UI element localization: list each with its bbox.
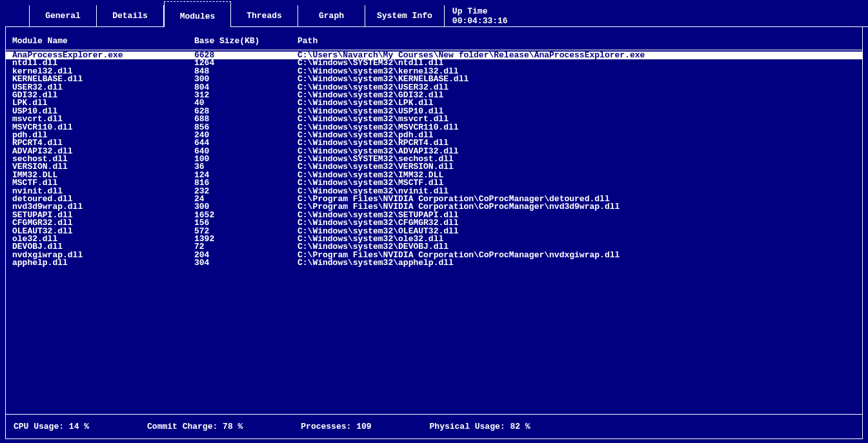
cell-base-size: 36 — [194, 163, 298, 171]
status-processes: Processes: 109 — [301, 422, 371, 431]
status-commit-value: 78 % — [223, 422, 243, 431]
status-procs-label: Processes: — [301, 422, 351, 431]
status-physical-value: 82 % — [510, 422, 530, 431]
tab-modules[interactable]: Modules — [164, 1, 231, 27]
cell-base-size: 1264 — [194, 59, 298, 67]
tab-bar: GeneralDetailsModulesThreadsGraphSystem … — [0, 0, 868, 27]
cell-base-size: 1652 — [194, 212, 298, 219]
cell-base-size: 240 — [194, 132, 298, 139]
table-row[interactable]: GDI32.dll312C:\Windows\system32\GDI32.dl… — [6, 92, 862, 99]
cell-base-size: 156 — [194, 219, 298, 227]
module-list: AnaProcessExplorer.exe6628C:\Users\Navar… — [6, 50, 862, 268]
cell-base-size: 816 — [194, 179, 298, 187]
header-base-size[interactable]: Base Size(KB) — [194, 36, 298, 46]
tab-label: General — [45, 11, 81, 21]
uptime-value: 00:04:33:16 — [452, 16, 508, 26]
cell-base-size: 100 — [194, 155, 298, 163]
app-root: GeneralDetailsModulesThreadsGraphSystem … — [0, 0, 868, 443]
cell-module-name: apphelp.dll — [12, 259, 194, 267]
table-row[interactable]: MSVCR110.dll856C:\Windows\system32\MSVCR… — [6, 124, 862, 132]
tab-filler — [516, 5, 863, 27]
cell-base-size: 640 — [194, 148, 298, 155]
uptime-display: Up Time 00:04:33:16 — [445, 5, 516, 27]
cell-base-size: 1392 — [194, 235, 298, 243]
status-cpu: CPU Usage: 14 % — [14, 422, 89, 431]
header-path[interactable]: Path — [298, 36, 856, 46]
cell-base-size: 856 — [194, 124, 298, 132]
tab-label: Details — [112, 11, 148, 21]
column-headers: Module Name Base Size(KB) Path — [6, 27, 862, 50]
cell-base-size: 204 — [194, 251, 298, 259]
module-panel: Module Name Base Size(KB) Path AnaProces… — [5, 27, 863, 439]
tab-threads[interactable]: Threads — [231, 5, 298, 27]
cell-base-size: 628 — [194, 108, 298, 115]
cell-base-size: 300 — [194, 75, 298, 83]
cell-base-size: 848 — [194, 68, 298, 75]
cell-base-size: 304 — [194, 259, 298, 267]
status-physical-label: Physical Usage: — [430, 422, 505, 431]
cell-path: C:\Windows\system32\apphelp.dll — [298, 259, 856, 267]
tab-label: Threads — [247, 11, 282, 21]
tab-label: Graph — [319, 11, 344, 21]
cell-base-size: 124 — [194, 172, 298, 179]
cell-base-size: 644 — [194, 139, 298, 147]
status-commit-label: Commit Charge: — [147, 422, 217, 431]
cell-base-size: 72 — [194, 243, 298, 251]
status-commit: Commit Charge: 78 % — [147, 422, 243, 431]
tab-label: Modules — [180, 12, 216, 21]
tab-general[interactable]: General — [30, 5, 97, 27]
tab-right-edge — [863, 5, 868, 27]
status-cpu-label: CPU Usage: — [14, 422, 64, 431]
table-row[interactable]: apphelp.dll304C:\Windows\system32\apphel… — [6, 259, 862, 267]
uptime-label: Up Time — [452, 6, 508, 16]
cell-base-size: 312 — [194, 92, 298, 99]
status-bar: CPU Usage: 14 % Commit Charge: 78 % Proc… — [6, 414, 862, 438]
cell-base-size: 804 — [194, 84, 298, 92]
header-module-name[interactable]: Module Name — [12, 36, 194, 46]
status-procs-value: 109 — [356, 422, 371, 431]
tab-system-info[interactable]: System Info — [365, 5, 445, 27]
cell-base-size: 24 — [194, 195, 298, 203]
cell-base-size: 688 — [194, 115, 298, 123]
tab-spacer — [5, 5, 30, 27]
tab-label: System Info — [377, 11, 432, 21]
status-physical: Physical Usage: 82 % — [430, 422, 530, 431]
status-cpu-value: 14 % — [69, 422, 89, 431]
tab-details[interactable]: Details — [97, 5, 164, 27]
cell-base-size: 232 — [194, 188, 298, 195]
cell-base-size: 40 — [194, 99, 298, 107]
tab-graph[interactable]: Graph — [298, 5, 365, 27]
